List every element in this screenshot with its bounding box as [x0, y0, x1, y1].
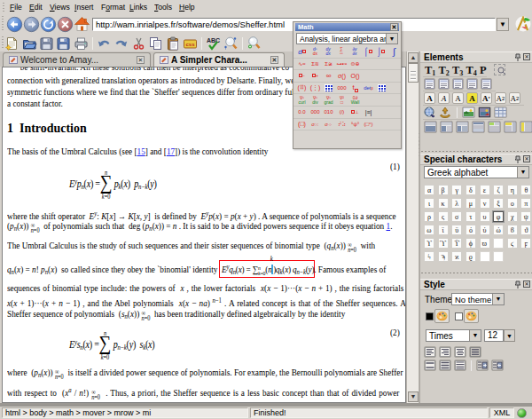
svg-text:css: css: [185, 42, 195, 47]
svg-text:ABC: ABC: [207, 37, 220, 43]
